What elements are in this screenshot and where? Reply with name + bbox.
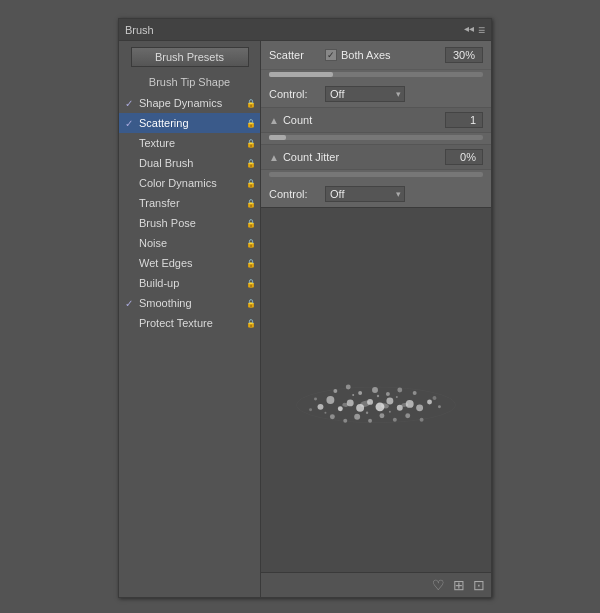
sidebar-item-label-shape-dynamics: Shape Dynamics xyxy=(139,97,244,109)
svg-point-40 xyxy=(389,411,391,413)
panel-body: Brush Presets Brush Tip Shape ✓Shape Dyn… xyxy=(119,41,491,597)
sidebar-item-transfer[interactable]: Transfer🔒 xyxy=(119,193,260,213)
svg-point-23 xyxy=(368,419,372,423)
lock-icon-protect-texture: 🔒 xyxy=(246,319,256,328)
bottom-icons-bar: ♡ ⊞ ⊡ xyxy=(261,572,491,597)
control-row-1: Control: Off Fade Pen Pressure Pen Tilt … xyxy=(261,81,491,107)
sidebar-item-label-color-dynamics: Color Dynamics xyxy=(139,177,244,189)
control-label-1: Control: xyxy=(269,88,317,100)
svg-point-24 xyxy=(379,413,384,418)
brush-panel: Brush ◂◂ ≡ Brush Presets Brush Tip Shape… xyxy=(118,18,492,598)
svg-point-41 xyxy=(324,412,326,414)
count-jitter-slider[interactable] xyxy=(269,172,483,177)
lock-icon-texture: 🔒 xyxy=(246,139,256,148)
count-section: ▲ Count 1 xyxy=(261,107,491,133)
heart-icon[interactable]: ♡ xyxy=(432,577,445,593)
brush-preview-area xyxy=(261,207,491,572)
lock-icon-noise: 🔒 xyxy=(246,239,256,248)
lock-icon-brush-pose: 🔒 xyxy=(246,219,256,228)
count-jitter-label: Count Jitter xyxy=(283,151,445,163)
svg-point-13 xyxy=(333,389,337,393)
count-jitter-section: ▲ Count Jitter 0% xyxy=(261,144,491,170)
svg-point-20 xyxy=(330,414,335,419)
scatter-slider-fill xyxy=(269,72,333,77)
count-jitter-triangle: ▲ xyxy=(269,152,279,163)
count-triangle: ▲ xyxy=(269,115,279,126)
count-slider-container xyxy=(261,133,491,144)
sidebar-item-wet-edges[interactable]: Wet Edges🔒 xyxy=(119,253,260,273)
svg-point-22 xyxy=(354,414,360,420)
count-slider[interactable] xyxy=(269,135,483,140)
brush-options-list: ✓Shape Dynamics🔒✓Scattering🔒Texture🔒Dual… xyxy=(119,93,260,333)
count-jitter-value[interactable]: 0% xyxy=(445,149,483,165)
svg-point-30 xyxy=(438,405,441,408)
svg-point-21 xyxy=(343,419,347,423)
sidebar-item-label-smoothing: Smoothing xyxy=(139,297,244,309)
collapse-icon[interactable]: ◂◂ xyxy=(464,23,474,37)
sidebar-item-scattering[interactable]: ✓Scattering🔒 xyxy=(119,113,260,133)
svg-point-12 xyxy=(427,399,432,404)
sidebar-item-noise[interactable]: Noise🔒 xyxy=(119,233,260,253)
control-select-wrapper-2: Off Fade Pen Pressure Pen Tilt Stylus Wh… xyxy=(325,186,405,202)
both-axes-label: Both Axes xyxy=(341,49,391,61)
export-icon[interactable]: ⊡ xyxy=(473,577,485,593)
sidebar-item-dual-brush[interactable]: Dual Brush🔒 xyxy=(119,153,260,173)
lock-icon-wet-edges: 🔒 xyxy=(246,259,256,268)
lock-icon-build-up: 🔒 xyxy=(246,279,256,288)
control-select-1[interactable]: Off Fade Pen Pressure Pen Tilt Stylus Wh… xyxy=(325,86,405,102)
sidebar-item-label-dual-brush: Dual Brush xyxy=(139,157,244,169)
grid-icon[interactable]: ⊞ xyxy=(453,577,465,593)
menu-icon[interactable]: ≡ xyxy=(478,23,485,37)
both-axes-check[interactable]: ✓ Both Axes xyxy=(325,49,391,61)
lock-icon-smoothing: 🔒 xyxy=(246,299,256,308)
count-value[interactable]: 1 xyxy=(445,112,483,128)
svg-point-28 xyxy=(314,397,317,400)
svg-point-14 xyxy=(346,385,351,390)
sidebar-item-texture[interactable]: Texture🔒 xyxy=(119,133,260,153)
right-panel: Scatter ✓ Both Axes 30% Control: Off xyxy=(261,41,491,597)
sidebar-item-shape-dynamics[interactable]: ✓Shape Dynamics🔒 xyxy=(119,93,260,113)
brush-tip-label[interactable]: Brush Tip Shape xyxy=(119,73,260,93)
sidebar-item-label-transfer: Transfer xyxy=(139,197,244,209)
check-icon-smoothing: ✓ xyxy=(125,298,139,309)
svg-point-36 xyxy=(352,394,354,396)
svg-point-11 xyxy=(416,404,423,411)
sidebar-item-build-up[interactable]: Build-up🔒 xyxy=(119,273,260,293)
svg-point-16 xyxy=(372,387,378,393)
sidebar-item-protect-texture[interactable]: Protect Texture🔒 xyxy=(119,313,260,333)
check-icon-scattering: ✓ xyxy=(125,118,139,129)
svg-point-31 xyxy=(309,408,312,411)
svg-point-38 xyxy=(396,396,398,398)
svg-point-27 xyxy=(420,418,424,422)
brush-presets-button[interactable]: Brush Presets xyxy=(131,47,249,67)
lock-icon-scattering: 🔒 xyxy=(246,119,256,128)
left-panel: Brush Presets Brush Tip Shape ✓Shape Dyn… xyxy=(119,41,261,597)
svg-point-19 xyxy=(413,391,417,395)
sidebar-item-color-dynamics[interactable]: Color Dynamics🔒 xyxy=(119,173,260,193)
lock-icon-dual-brush: 🔒 xyxy=(246,159,256,168)
svg-point-39 xyxy=(366,412,368,414)
control-row-2: Control: Off Fade Pen Pressure Pen Tilt … xyxy=(261,181,491,207)
svg-point-15 xyxy=(358,391,362,395)
svg-point-18 xyxy=(397,388,402,393)
sidebar-item-label-texture: Texture xyxy=(139,137,244,149)
scatter-slider-container xyxy=(261,70,491,81)
sidebar-item-label-brush-pose: Brush Pose xyxy=(139,217,244,229)
control-select-2[interactable]: Off Fade Pen Pressure Pen Tilt Stylus Wh… xyxy=(325,186,405,202)
scatter-slider[interactable] xyxy=(269,72,483,77)
sidebar-item-label-protect-texture: Protect Texture xyxy=(139,317,244,329)
scatter-row: Scatter ✓ Both Axes 30% xyxy=(261,41,491,70)
scatter-label: Scatter xyxy=(269,49,317,61)
sidebar-item-label-build-up: Build-up xyxy=(139,277,244,289)
panel-title: Brush xyxy=(125,24,154,36)
scatter-value: 30% xyxy=(445,47,483,63)
count-jitter-slider-container xyxy=(261,170,491,181)
sidebar-item-smoothing[interactable]: ✓Smoothing🔒 xyxy=(119,293,260,313)
svg-point-8 xyxy=(386,397,393,404)
svg-point-17 xyxy=(386,392,390,396)
svg-point-29 xyxy=(433,396,437,400)
both-axes-checkbox[interactable]: ✓ xyxy=(325,49,337,61)
sidebar-item-label-wet-edges: Wet Edges xyxy=(139,257,244,269)
lock-icon-shape-dynamics: 🔒 xyxy=(246,99,256,108)
sidebar-item-brush-pose[interactable]: Brush Pose🔒 xyxy=(119,213,260,233)
